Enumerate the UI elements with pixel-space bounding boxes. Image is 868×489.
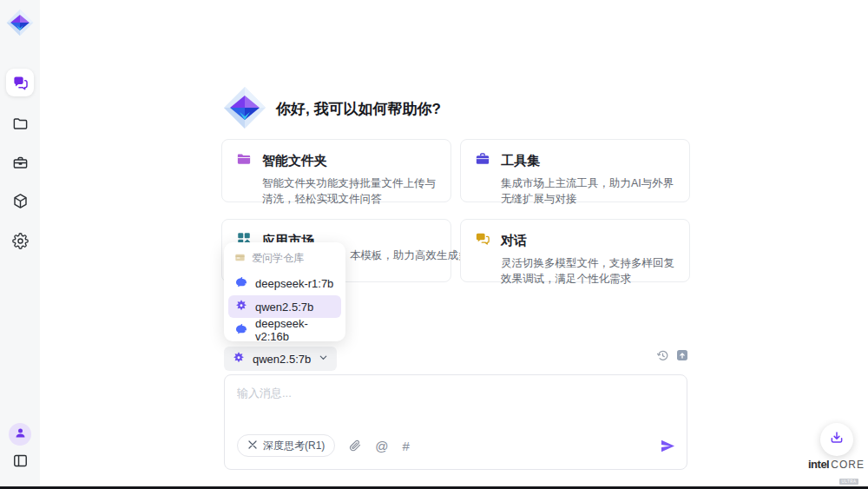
briefcase-filled-icon: [475, 151, 490, 170]
deep-think-icon: [247, 439, 258, 453]
briefcase-icon: [12, 155, 29, 171]
hash-icon[interactable]: #: [403, 439, 409, 453]
model-option-qwen[interactable]: qwen2.5:7b: [228, 295, 341, 318]
card-toolkit[interactable]: 工具集 集成市场上主流工具，助力AI与外界无缝扩展与对接: [460, 139, 690, 202]
card-description: 本模板，助力高效生成多: [350, 248, 470, 263]
model-option-deepseek-r1[interactable]: deepseek-r1:7b: [228, 272, 341, 294]
panel-toggle-button[interactable]: [6, 446, 34, 474]
columns-icon: [12, 453, 29, 469]
model-option-deepseek-v2[interactable]: deepseek-v2:16b: [228, 319, 341, 341]
model-dropdown-menu: 爱问学仓库 deepseek-r1:7b qwen2.5:7b: [224, 242, 345, 341]
attachment-icon[interactable]: [349, 439, 361, 452]
send-button[interactable]: [660, 438, 676, 454]
deepseek-whale-icon: [234, 322, 248, 339]
qwen-star-icon: [232, 351, 246, 367]
chat-filled-icon: [475, 231, 490, 250]
composer-toolbar: 深度思考(R1) @ #: [237, 434, 676, 457]
sidebar-item-settings[interactable]: [6, 227, 34, 254]
sidebar-item-toolkit[interactable]: [6, 149, 34, 176]
download-icon: [829, 430, 845, 449]
person-icon: [14, 426, 27, 443]
user-avatar[interactable]: [9, 423, 31, 446]
chat-bubbles-icon: [12, 75, 29, 91]
card-title: 工具集: [501, 153, 540, 169]
assistant-logo-icon: [223, 86, 266, 129]
chevron-down-icon: [318, 352, 329, 366]
app-logo-icon: [6, 9, 34, 36]
sidebar: [0, 0, 40, 486]
ultra-badge: ULTRA: [839, 479, 859, 485]
card-title: 智能文件夹: [262, 153, 327, 169]
mention-icon[interactable]: @: [375, 439, 388, 453]
card-description: 智能文件夹功能支持批量文件上传与清洗，轻松实现文件问答: [262, 175, 437, 207]
gear-icon: [12, 233, 29, 249]
message-input[interactable]: [237, 386, 671, 420]
model-selector[interactable]: qwen2.5:7b: [224, 347, 337, 371]
sidebar-item-models[interactable]: [6, 187, 34, 215]
repo-icon: [234, 252, 246, 266]
deepseek-whale-icon: [234, 275, 248, 292]
sidebar-item-folders[interactable]: [6, 109, 34, 137]
model-repo-header: 爱问学仓库: [224, 248, 345, 271]
history-icon[interactable]: [656, 349, 669, 362]
card-description: 灵活切换多模型文件，支持多样回复效果调试，满足个性化需求: [501, 255, 675, 287]
card-conversation[interactable]: 对话 灵活切换多模型文件，支持多样回复效果调试，满足个性化需求: [460, 219, 690, 282]
intel-wordmark: intel: [808, 458, 829, 471]
app-window: 你好, 我可以如何帮助你? 智能文件夹 智能文件夹功能支持批量文件上传与清洗，轻…: [0, 0, 868, 489]
core-wordmark: CORE: [831, 459, 865, 471]
card-smart-folders[interactable]: 智能文件夹 智能文件夹功能支持批量文件上传与清洗，轻松实现文件问答: [221, 139, 451, 202]
intel-core-logo: intelCORE ULTRA: [808, 458, 860, 486]
message-composer: 深度思考(R1) @ #: [224, 374, 687, 470]
sidebar-item-chat[interactable]: [6, 69, 34, 96]
cube-icon: [12, 193, 29, 209]
qwen-star-icon: [234, 299, 248, 315]
deep-think-toggle[interactable]: 深度思考(R1): [237, 434, 335, 457]
pin-panel-icon[interactable]: [675, 348, 689, 362]
folder-icon: [12, 116, 29, 132]
download-button[interactable]: [820, 423, 853, 456]
folder-filled-icon: [236, 151, 252, 170]
card-title: 对话: [501, 233, 527, 249]
greeting-title: 你好, 我可以如何帮助你?: [276, 99, 441, 119]
model-selector-value: qwen2.5:7b: [253, 353, 311, 366]
card-description: 集成市场上主流工具，助力AI与外界无缝扩展与对接: [501, 175, 675, 207]
